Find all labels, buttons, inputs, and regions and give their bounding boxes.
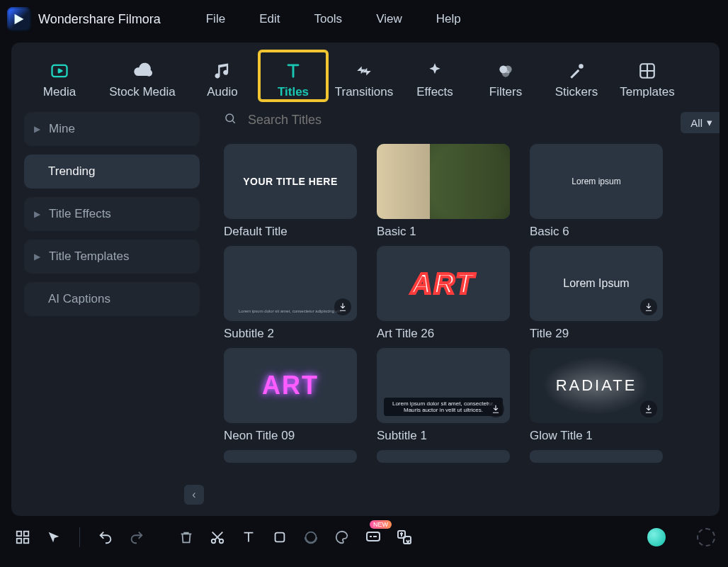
chevron-right-icon: ▶ (34, 124, 40, 134)
search-icon (224, 112, 237, 128)
title-card-art26[interactable]: ART Art Title 26 (377, 246, 510, 341)
tab-filters[interactable]: Filters (473, 52, 538, 99)
tab-media[interactable]: Media (24, 52, 95, 99)
title-caption: Subtitle 1 (377, 429, 510, 443)
download-icon[interactable] (334, 298, 351, 315)
sidebar-item-label: Title Effects (49, 207, 111, 221)
tab-stickers[interactable]: Stickers (544, 52, 609, 99)
title-card-ghost (530, 450, 663, 463)
svg-point-16 (306, 532, 317, 543)
filter-dropdown[interactable]: All ▾ (681, 112, 720, 133)
thumbnail (377, 144, 510, 219)
tab-label: Effects (416, 85, 453, 99)
tab-effects[interactable]: Effects (402, 52, 467, 99)
menu-tools[interactable]: Tools (314, 12, 342, 26)
thumbnail: Lorem ipsum (530, 144, 663, 219)
auto-caption-icon[interactable]: NEW (363, 527, 383, 547)
menu-file[interactable]: File (206, 12, 225, 26)
svg-rect-10 (24, 532, 28, 536)
transitions-icon (354, 61, 374, 81)
sidebar-item-label: Mine (49, 122, 75, 136)
svg-rect-15 (275, 533, 285, 542)
app-name: Wondershare Filmora (38, 12, 161, 27)
title-card-subtitle2[interactable]: Lorem ipsum dolor sit amet, consectetur … (224, 246, 357, 341)
title-caption: Art Title 26 (377, 327, 510, 341)
sidebar-item-title-templates[interactable]: ▶ Title Templates (24, 240, 200, 274)
settings-ghost-icon[interactable] (697, 528, 715, 546)
chevron-right-icon: ▶ (34, 209, 40, 219)
svg-marker-0 (15, 14, 24, 25)
titles-icon (283, 61, 303, 81)
tab-label: Stickers (555, 85, 598, 99)
layout-icon (637, 61, 657, 81)
search-input[interactable] (246, 112, 419, 128)
sidebar-item-mine[interactable]: ▶ Mine (24, 112, 200, 146)
title-caption: Subtitle 2 (224, 327, 357, 341)
download-icon[interactable] (640, 400, 657, 417)
title-card-neon09[interactable]: ART Neon Title 09 (224, 348, 357, 443)
library-panel: Media Stock Media Audio Titles Transitio… (11, 43, 720, 516)
tab-label: Audio (207, 85, 237, 99)
title-caption: Basic 1 (377, 225, 510, 239)
title-card-basic1[interactable]: Basic 1 (377, 144, 510, 239)
text-icon[interactable] (239, 527, 258, 547)
tab-stock-media[interactable]: Stock Media (101, 52, 184, 99)
sidebar-item-trending[interactable]: Trending (24, 155, 200, 189)
library-main: All ▾ YOUR TITLE HERE Default Title Basi… (212, 105, 720, 515)
wand-icon (567, 61, 586, 81)
title-card-basic6[interactable]: Lorem ipsum Basic 6 (530, 144, 663, 239)
delete-icon[interactable] (176, 527, 196, 547)
photo-placeholder (377, 144, 510, 219)
title-card-glow1[interactable]: RADIATE Glow Title 1 (530, 348, 663, 443)
filters-icon (496, 61, 516, 81)
cursor-icon[interactable] (44, 527, 64, 547)
download-icon[interactable] (640, 298, 657, 315)
app-logo-icon (11, 11, 27, 27)
title-card-default[interactable]: YOUR TITLE HERE Default Title (224, 144, 357, 239)
media-icon (50, 61, 69, 81)
library-content: ▶ Mine Trending ▶ Title Effects ▶ Title … (11, 105, 720, 515)
tab-label: Media (43, 85, 76, 99)
palette-icon[interactable] (332, 527, 352, 547)
undo-icon[interactable] (96, 527, 115, 547)
cut-icon[interactable] (207, 527, 227, 547)
top-menu-bar: Wondershare Filmora File Edit Tools View… (0, 0, 728, 38)
svg-point-8 (226, 114, 234, 122)
sparkle-icon (425, 61, 445, 81)
menu-help[interactable]: Help (436, 12, 461, 26)
assistant-avatar[interactable] (647, 528, 666, 546)
chevron-left-icon: ‹ (192, 488, 195, 501)
title-caption: Neon Title 09 (224, 429, 357, 443)
menu-edit[interactable]: Edit (259, 12, 280, 26)
tab-label: Stock Media (109, 85, 176, 99)
svg-point-5 (502, 69, 510, 77)
thumbnail: Lorem ipsum dolor sit amet, consectetur.… (377, 348, 510, 423)
tab-label: Titles (278, 85, 309, 99)
app-brand: Wondershare Filmora (3, 7, 161, 31)
apps-icon[interactable] (13, 527, 33, 547)
tab-transitions[interactable]: Transitions (331, 52, 397, 99)
sidebar-item-label: Title Templates (49, 249, 129, 264)
title-card-subtitle1[interactable]: Lorem ipsum dolor sit amet, consectetur.… (377, 348, 510, 443)
tab-label: Filters (489, 85, 522, 99)
sidebar-item-label: Trending (48, 164, 95, 179)
titles-grid: YOUR TITLE HERE Default Title Basic 1 Lo… (224, 128, 708, 468)
title-card-title29[interactable]: Lorem Ipsum Title 29 (530, 246, 663, 341)
tab-templates[interactable]: Templates (615, 52, 680, 99)
sidebar-item-ai-captions[interactable]: AI Captions (24, 282, 200, 316)
tab-audio[interactable]: Audio (190, 52, 255, 99)
title-card-ghost (224, 450, 357, 463)
svg-point-6 (579, 64, 584, 69)
thumb-text: Lorem ipsum dolor sit amet, consectetur … (231, 308, 350, 314)
translate-icon[interactable] (394, 527, 414, 547)
sidebar-collapse-button[interactable]: ‹ (184, 485, 204, 505)
redo-icon[interactable] (127, 527, 147, 547)
tab-titles[interactable]: Titles (261, 52, 326, 99)
crop-icon[interactable] (270, 527, 290, 547)
sidebar-item-title-effects[interactable]: ▶ Title Effects (24, 197, 200, 231)
search-box[interactable] (224, 112, 419, 128)
download-icon[interactable] (487, 400, 504, 417)
thumbnail: RADIATE (530, 348, 663, 423)
menu-view[interactable]: View (376, 12, 402, 26)
mask-icon[interactable] (301, 527, 321, 547)
